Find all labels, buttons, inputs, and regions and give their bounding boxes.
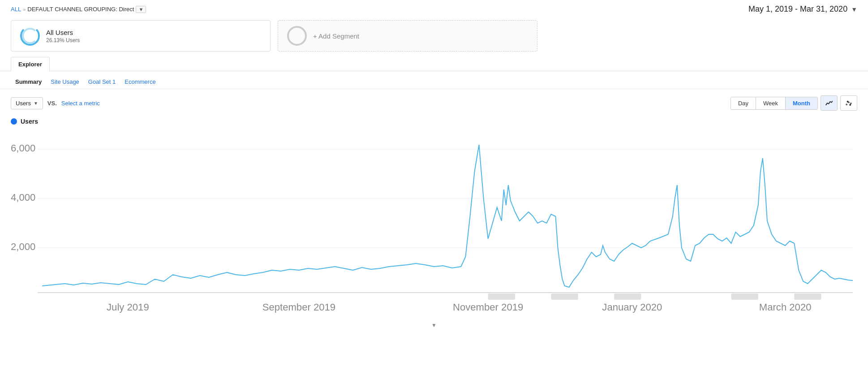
subnav-summary[interactable]: Summary: [11, 77, 46, 87]
add-segment-label: + Add Segment: [313, 32, 359, 40]
breadcrumb-channel: DEFAULT CHANNEL GROUPING: Direct: [27, 6, 134, 13]
svg-text:6,000: 6,000: [11, 142, 35, 154]
legend-label: Users: [21, 118, 38, 125]
users-chart: .chart-line { fill: none; stroke: #4db6e…: [11, 127, 857, 319]
segment-all-users: All Users 26.13% Users: [11, 20, 271, 52]
chart-area: Users .chart-line { fill: none; stroke: …: [0, 114, 868, 319]
svg-rect-20: [614, 293, 641, 300]
legend-dot: [11, 118, 17, 125]
svg-rect-18: [488, 293, 515, 300]
subnav-goal-set[interactable]: Goal Set 1: [84, 77, 120, 87]
all-users-name: All Users: [46, 29, 80, 36]
chart-type-dot-btn[interactable]: [840, 95, 857, 111]
svg-text:2,000: 2,000: [11, 241, 35, 252]
add-segment-card[interactable]: + Add Segment: [278, 20, 537, 52]
svg-text:January 2020: January 2020: [602, 302, 662, 313]
breadcrumb-separator: »: [23, 7, 26, 12]
all-users-subtitle: 26.13% Users: [46, 37, 80, 43]
select-metric[interactable]: Select a metric: [61, 100, 100, 107]
svg-text:July 2019: July 2019: [107, 302, 149, 313]
metric-label: Users: [16, 100, 31, 107]
chart-type-line-btn[interactable]: [821, 95, 838, 111]
svg-text:September 2019: September 2019: [262, 302, 335, 313]
subnav-ecommerce[interactable]: Ecommerce: [120, 77, 160, 87]
period-week[interactable]: Week: [756, 97, 786, 109]
chart-bottom: ▼: [0, 319, 868, 331]
chart-legend: Users: [11, 114, 857, 127]
svg-rect-21: [731, 293, 758, 300]
svg-rect-19: [551, 293, 578, 300]
metric-arrow: ▼: [34, 101, 38, 106]
explorer-tab[interactable]: Explorer: [11, 57, 50, 71]
add-segment-icon: [287, 26, 307, 46]
date-range-display: May 1, 2019 - Mar 31, 2020 ▼: [748, 4, 857, 14]
subnav-site-usage[interactable]: Site Usage: [46, 77, 84, 87]
scroll-down-arrow[interactable]: ▼: [431, 322, 437, 328]
breadcrumb-dropdown[interactable]: ▼: [136, 6, 146, 13]
chart-left-controls: Users ▼ VS. Select a metric: [11, 97, 100, 109]
svg-text:March 2020: March 2020: [759, 302, 812, 313]
svg-point-4: [849, 104, 851, 106]
top-bar: ALL » DEFAULT CHANNEL GROUPING: Direct ▼…: [0, 0, 868, 17]
svg-point-0: [846, 104, 847, 105]
date-range-label: May 1, 2019 - Mar 31, 2020: [748, 4, 847, 14]
chart-svg-container: .chart-line { fill: none; stroke: #4db6e…: [11, 127, 857, 319]
period-day[interactable]: Day: [731, 97, 756, 109]
breadcrumb: ALL » DEFAULT CHANNEL GROUPING: Direct ▼: [11, 6, 146, 13]
dot-chart-icon: [845, 99, 852, 107]
breadcrumb-all[interactable]: ALL: [11, 6, 21, 13]
svg-text:4,000: 4,000: [11, 192, 35, 203]
svg-text:November 2019: November 2019: [453, 302, 523, 313]
explorer-tabs-container: Explorer: [0, 57, 868, 71]
metric-dropdown[interactable]: Users ▼: [11, 97, 43, 109]
date-range-arrow[interactable]: ▼: [851, 6, 857, 13]
line-chart-icon: [825, 99, 833, 107]
svg-point-3: [847, 101, 849, 103]
chart-controls: Users ▼ VS. Select a metric Day Week Mon…: [0, 89, 868, 114]
period-month[interactable]: Month: [786, 97, 817, 109]
all-users-info: All Users 26.13% Users: [46, 29, 80, 43]
sub-nav: Summary Site Usage Goal Set 1 Ecommerce: [0, 71, 868, 89]
chart-right-controls: Day Week Month: [730, 95, 857, 111]
segments-row: All Users 26.13% Users + Add Segment: [0, 17, 868, 57]
period-btn-group: Day Week Month: [730, 97, 818, 110]
svg-rect-22: [794, 293, 821, 300]
all-users-icon: [20, 26, 40, 46]
vs-label: VS.: [47, 100, 57, 107]
